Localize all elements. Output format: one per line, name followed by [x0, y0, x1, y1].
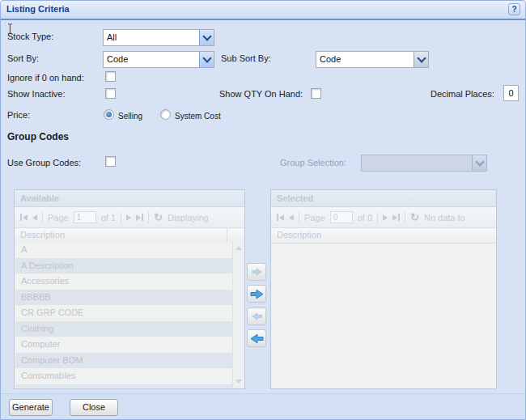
refresh-icon[interactable]: ↻	[410, 212, 419, 223]
arrow-right-icon	[250, 289, 264, 299]
arrow-left-icon	[250, 333, 264, 344]
price-system-cost-label: System Cost	[175, 112, 221, 121]
page-label: Page	[304, 213, 325, 223]
sort-by-value: Code	[104, 52, 199, 67]
group-selection-label: Group Selection:	[280, 158, 346, 168]
group-selection-combobox[interactable]	[361, 155, 487, 172]
list-item-clipped[interactable]	[15, 384, 232, 388]
selected-panel-title: Selected	[277, 193, 313, 203]
first-page-button[interactable]	[20, 214, 28, 221]
question-icon: ?	[511, 5, 516, 14]
sort-by-combobox[interactable]: Code	[103, 51, 214, 68]
available-paging-toolbar: Page of 1 ↻ Displaying	[15, 207, 244, 228]
move-all-right-button[interactable]	[247, 285, 266, 303]
window-titlebar: Listing Criteria ?	[1, 1, 525, 20]
group-selection-value	[362, 155, 472, 171]
vertical-scrollbar[interactable]	[232, 242, 244, 388]
help-button[interactable]: ?	[508, 3, 520, 15]
last-page-button[interactable]	[136, 214, 143, 221]
available-panel: Available Page of 1 ↻ Displaying Descrip…	[14, 189, 245, 389]
window-title: Listing Criteria	[6, 4, 70, 14]
refresh-icon[interactable]: ↻	[154, 212, 163, 223]
next-page-button[interactable]	[126, 214, 131, 221]
sort-by-label: Sort By:	[7, 53, 39, 63]
page-of-label: of 1	[101, 213, 116, 223]
list-item[interactable]: A Description	[15, 258, 232, 274]
show-qty-label: Show QTY On Hand:	[219, 89, 303, 99]
list-item[interactable]: Accessories	[15, 274, 232, 290]
move-right-button[interactable]	[247, 263, 266, 281]
price-selling-label: Selling	[118, 112, 142, 121]
last-page-button[interactable]	[392, 214, 400, 221]
decimal-places-label: Decimal Places:	[431, 89, 494, 99]
list-item[interactable]: Computer BOM	[15, 353, 232, 369]
ignore-zero-checkbox[interactable]	[105, 71, 116, 82]
list-item[interactable]: A	[15, 242, 232, 258]
price-label: Price:	[7, 110, 30, 120]
chevron-down-icon[interactable]	[199, 30, 214, 45]
list-item[interactable]: BBBBB	[15, 290, 232, 306]
list-item[interactable]: CR GRP CODE	[15, 305, 232, 321]
page-number-input[interactable]	[330, 211, 353, 223]
arrow-right-icon	[252, 268, 262, 276]
paging-status: No data to	[424, 213, 465, 223]
footer-toolbar: Generate Close	[1, 393, 525, 419]
scroll-up-icon[interactable]	[235, 246, 242, 250]
page-of-label: of 0	[358, 213, 372, 223]
decimal-places-input[interactable]	[503, 85, 519, 101]
available-panel-title: Available	[20, 193, 59, 203]
stock-type-label: Stock Type:	[7, 32, 53, 41]
next-page-button[interactable]	[383, 214, 388, 221]
list-item[interactable]: Clothing	[15, 321, 232, 337]
available-panel-header: Available	[15, 190, 244, 207]
show-qty-checkbox[interactable]	[311, 88, 321, 99]
first-page-button[interactable]	[277, 214, 284, 221]
selected-paging-toolbar: Page of 0 ↻ No data to	[271, 207, 496, 228]
arrow-left-icon	[252, 312, 262, 320]
price-selling-radio[interactable]	[104, 109, 114, 120]
chevron-down-icon[interactable]	[199, 52, 214, 67]
stock-type-value: All	[104, 30, 199, 45]
selected-grid-rows	[272, 242, 495, 388]
group-codes-heading: Group Codes	[7, 131, 69, 142]
available-grid-rows: A A Description Accessories BBBBB CR GRP…	[15, 242, 232, 388]
show-inactive-checkbox[interactable]	[105, 88, 116, 99]
sub-sort-by-combobox[interactable]: Code	[316, 51, 429, 68]
sub-sort-by-value: Code	[316, 52, 414, 67]
show-inactive-label: Show Inactive:	[7, 89, 66, 99]
paging-status: Displaying	[168, 213, 209, 223]
scroll-down-icon[interactable]	[235, 380, 242, 384]
close-button[interactable]: Close	[70, 399, 118, 416]
column-divider	[227, 228, 227, 243]
move-left-button[interactable]	[247, 308, 266, 325]
chevron-down-icon[interactable]	[414, 52, 428, 67]
page-number-input[interactable]	[74, 211, 96, 223]
sub-sort-by-label: Sub Sort By:	[221, 53, 271, 63]
move-all-left-button[interactable]	[247, 329, 266, 347]
prev-page-button[interactable]	[289, 214, 294, 221]
selected-panel-header: Selected	[271, 190, 496, 207]
prev-page-button[interactable]	[32, 214, 37, 221]
price-system-cost-radio[interactable]	[160, 109, 171, 120]
stock-type-combobox[interactable]: All	[103, 29, 214, 46]
use-group-codes-label: Use Group Codes:	[7, 158, 81, 168]
page-label: Page	[48, 213, 69, 223]
list-item[interactable]: Computer	[15, 337, 232, 353]
chevron-down-icon[interactable]	[472, 155, 486, 171]
list-item[interactable]: Consumables	[15, 368, 232, 384]
selected-panel: Selected Page of 0 ↻ No data to Descript…	[270, 189, 497, 389]
listing-criteria-window: Listing Criteria ? Stock Type: All Sort …	[0, 0, 526, 420]
use-group-codes-checkbox[interactable]	[105, 156, 116, 167]
ignore-zero-label: Ignore if 0 on hand:	[7, 73, 84, 83]
generate-button[interactable]: Generate	[9, 399, 53, 416]
